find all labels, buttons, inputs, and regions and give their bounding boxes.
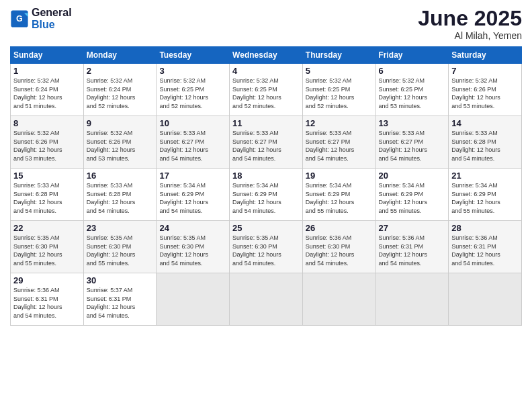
day-detail: Sunrise: 5:33 AMSunset: 6:27 PMDaylight:… [379, 129, 446, 163]
day-number: 24 [159, 223, 226, 233]
calendar-cell: 9Sunrise: 5:32 AMSunset: 6:26 PMDaylight… [83, 116, 157, 169]
day-number: 8 [13, 118, 81, 128]
day-number: 22 [13, 223, 81, 233]
day-detail: Sunrise: 5:32 AMSunset: 6:26 PMDaylight:… [13, 129, 81, 163]
calendar-cell: 17Sunrise: 5:34 AMSunset: 6:29 PMDayligh… [157, 169, 230, 221]
day-detail: Sunrise: 5:35 AMSunset: 6:30 PMDaylight:… [159, 234, 226, 267]
day-detail: Sunrise: 5:34 AMSunset: 6:29 PMDaylight:… [451, 181, 519, 215]
calendar-cell: 13Sunrise: 5:33 AMSunset: 6:27 PMDayligh… [375, 116, 449, 169]
day-number: 16 [87, 171, 154, 181]
calendar-cell: 3Sunrise: 5:32 AMSunset: 6:25 PMDaylight… [157, 64, 230, 116]
calendar-cell [449, 273, 522, 326]
day-detail: Sunrise: 5:33 AMSunset: 6:27 PMDaylight:… [159, 129, 226, 163]
calendar-cell: 19Sunrise: 5:34 AMSunset: 6:29 PMDayligh… [302, 169, 375, 221]
day-number: 6 [379, 66, 446, 76]
day-number: 12 [306, 118, 373, 128]
day-number: 9 [87, 118, 154, 128]
day-detail: Sunrise: 5:37 AMSunset: 6:31 PMDaylight:… [87, 286, 154, 320]
week-row-1: 1Sunrise: 5:32 AMSunset: 6:24 PMDaylight… [11, 64, 522, 116]
calendar-cell: 27Sunrise: 5:36 AMSunset: 6:31 PMDayligh… [375, 221, 449, 273]
calendar-cell: 25Sunrise: 5:35 AMSunset: 6:30 PMDayligh… [230, 221, 303, 273]
day-detail: Sunrise: 5:32 AMSunset: 6:25 PMDaylight:… [232, 77, 300, 110]
day-number: 29 [13, 275, 81, 285]
calendar-cell: 14Sunrise: 5:33 AMSunset: 6:28 PMDayligh… [449, 116, 522, 169]
day-detail: Sunrise: 5:32 AMSunset: 6:24 PMDaylight:… [87, 77, 154, 110]
day-detail: Sunrise: 5:33 AMSunset: 6:27 PMDaylight:… [232, 129, 300, 163]
title-block: June 2025 Al Milah, Yemen [418, 7, 522, 41]
calendar-page: G General Blue June 2025 Al Milah, Yemen… [0, 0, 532, 411]
calendar-cell: 7Sunrise: 5:32 AMSunset: 6:26 PMDaylight… [449, 64, 522, 116]
day-number: 3 [159, 66, 226, 76]
day-detail: Sunrise: 5:32 AMSunset: 6:24 PMDaylight:… [13, 77, 81, 110]
weekday-header-thursday: Thursday [302, 47, 375, 64]
weekday-header-friday: Friday [375, 47, 449, 64]
calendar-cell: 24Sunrise: 5:35 AMSunset: 6:30 PMDayligh… [157, 221, 230, 273]
calendar-cell: 12Sunrise: 5:33 AMSunset: 6:27 PMDayligh… [302, 116, 375, 169]
calendar-cell: 22Sunrise: 5:35 AMSunset: 6:30 PMDayligh… [11, 221, 84, 273]
day-number: 21 [451, 171, 519, 181]
day-number: 28 [451, 223, 519, 233]
day-number: 5 [306, 66, 373, 76]
day-number: 26 [306, 223, 373, 233]
day-number: 27 [379, 223, 446, 233]
week-row-5: 29Sunrise: 5:36 AMSunset: 6:31 PMDayligh… [11, 273, 522, 326]
calendar-cell: 10Sunrise: 5:33 AMSunset: 6:27 PMDayligh… [157, 116, 230, 169]
calendar-cell [230, 273, 303, 326]
day-detail: Sunrise: 5:32 AMSunset: 6:25 PMDaylight:… [159, 77, 226, 110]
day-number: 15 [13, 171, 81, 181]
day-detail: Sunrise: 5:33 AMSunset: 6:28 PMDaylight:… [451, 129, 519, 163]
day-detail: Sunrise: 5:33 AMSunset: 6:27 PMDaylight:… [306, 129, 373, 163]
day-detail: Sunrise: 5:34 AMSunset: 6:29 PMDaylight:… [379, 181, 446, 215]
calendar-cell: 28Sunrise: 5:36 AMSunset: 6:31 PMDayligh… [449, 221, 522, 273]
calendar-cell [302, 273, 375, 326]
weekday-header-wednesday: Wednesday [230, 47, 303, 64]
day-number: 18 [232, 171, 300, 181]
day-detail: Sunrise: 5:36 AMSunset: 6:31 PMDaylight:… [13, 286, 81, 320]
calendar-cell: 6Sunrise: 5:32 AMSunset: 6:25 PMDaylight… [375, 64, 449, 116]
day-number: 4 [232, 66, 300, 76]
logo-icon: G [10, 9, 29, 28]
day-detail: Sunrise: 5:36 AMSunset: 6:31 PMDaylight:… [379, 234, 446, 267]
calendar-cell: 26Sunrise: 5:36 AMSunset: 6:30 PMDayligh… [302, 221, 375, 273]
weekday-header-sunday: Sunday [11, 47, 84, 64]
day-number: 30 [87, 275, 154, 285]
day-detail: Sunrise: 5:35 AMSunset: 6:30 PMDaylight:… [87, 234, 154, 267]
day-detail: Sunrise: 5:36 AMSunset: 6:30 PMDaylight:… [306, 234, 373, 267]
calendar-cell: 21Sunrise: 5:34 AMSunset: 6:29 PMDayligh… [449, 169, 522, 221]
calendar-cell: 1Sunrise: 5:32 AMSunset: 6:24 PMDaylight… [11, 64, 84, 116]
day-number: 23 [87, 223, 154, 233]
day-detail: Sunrise: 5:35 AMSunset: 6:30 PMDaylight:… [13, 234, 81, 267]
weekday-header-saturday: Saturday [449, 47, 522, 64]
day-detail: Sunrise: 5:32 AMSunset: 6:26 PMDaylight:… [87, 129, 154, 163]
day-number: 13 [379, 118, 446, 128]
calendar-cell: 20Sunrise: 5:34 AMSunset: 6:29 PMDayligh… [375, 169, 449, 221]
calendar-cell: 29Sunrise: 5:36 AMSunset: 6:31 PMDayligh… [11, 273, 84, 326]
calendar-cell: 18Sunrise: 5:34 AMSunset: 6:29 PMDayligh… [230, 169, 303, 221]
month-title: June 2025 [418, 7, 522, 30]
day-number: 25 [232, 223, 300, 233]
svg-text:G: G [16, 14, 23, 24]
day-detail: Sunrise: 5:34 AMSunset: 6:29 PMDaylight:… [306, 181, 373, 215]
calendar-cell [375, 273, 449, 326]
day-number: 7 [451, 66, 519, 76]
calendar-cell: 8Sunrise: 5:32 AMSunset: 6:26 PMDaylight… [11, 116, 84, 169]
calendar-cell: 11Sunrise: 5:33 AMSunset: 6:27 PMDayligh… [230, 116, 303, 169]
calendar-cell: 2Sunrise: 5:32 AMSunset: 6:24 PMDaylight… [83, 64, 157, 116]
day-detail: Sunrise: 5:32 AMSunset: 6:26 PMDaylight:… [451, 77, 519, 110]
logo: G General Blue [10, 7, 72, 30]
calendar-cell: 4Sunrise: 5:32 AMSunset: 6:25 PMDaylight… [230, 64, 303, 116]
day-number: 1 [13, 66, 81, 76]
calendar-table: SundayMondayTuesdayWednesdayThursdayFrid… [10, 46, 522, 326]
day-detail: Sunrise: 5:33 AMSunset: 6:28 PMDaylight:… [87, 181, 154, 215]
day-number: 2 [87, 66, 154, 76]
day-number: 20 [379, 171, 446, 181]
day-detail: Sunrise: 5:34 AMSunset: 6:29 PMDaylight:… [232, 181, 300, 215]
calendar-cell: 16Sunrise: 5:33 AMSunset: 6:28 PMDayligh… [83, 169, 157, 221]
weekday-header-row: SundayMondayTuesdayWednesdayThursdayFrid… [11, 47, 522, 64]
day-detail: Sunrise: 5:34 AMSunset: 6:29 PMDaylight:… [159, 181, 226, 215]
week-row-4: 22Sunrise: 5:35 AMSunset: 6:30 PMDayligh… [11, 221, 522, 273]
day-number: 10 [159, 118, 226, 128]
day-number: 11 [232, 118, 300, 128]
day-detail: Sunrise: 5:32 AMSunset: 6:25 PMDaylight:… [379, 77, 446, 110]
calendar-cell: 5Sunrise: 5:32 AMSunset: 6:25 PMDaylight… [302, 64, 375, 116]
